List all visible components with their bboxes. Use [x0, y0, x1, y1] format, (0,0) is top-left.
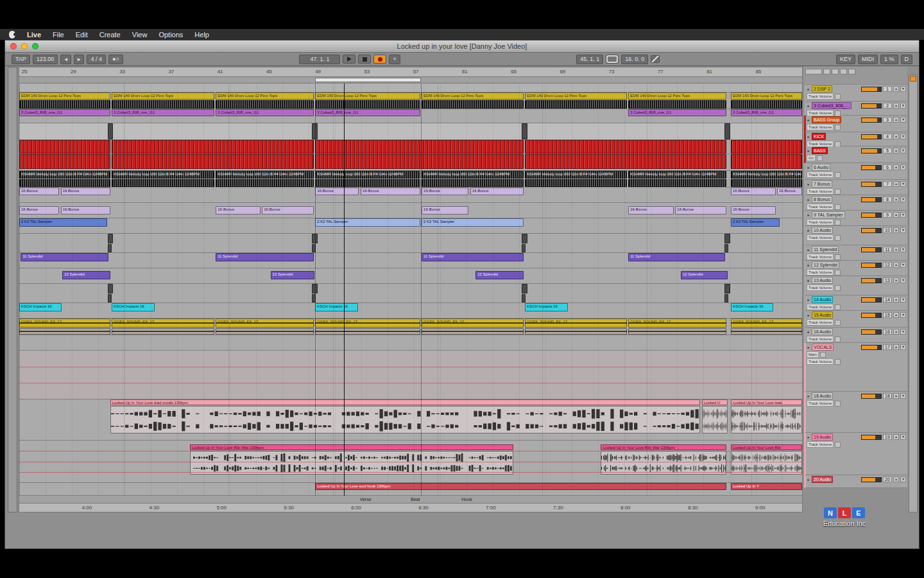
track-name[interactable]: 20 Audio [812, 476, 833, 483]
fold-arrow-icon[interactable]: ▸ [807, 87, 810, 91]
track-number-box[interactable]: 6 [883, 164, 892, 170]
track-name[interactable]: 6 Audio [812, 164, 830, 171]
track-volume-slider[interactable] [861, 213, 882, 218]
metronome-toggle[interactable]: ●○ [108, 55, 123, 64]
panel-extra-toggle[interactable] [848, 69, 855, 74]
track-volume-slider[interactable] [861, 247, 882, 252]
clip[interactable] [731, 328, 802, 335]
clip[interactable]: KSHMR Melody loop 160 12in B F# G#m 124B… [112, 171, 214, 179]
track-name[interactable]: 11 Splendid [812, 246, 839, 253]
clip[interactable]: 16-Bonus [262, 206, 314, 215]
fold-arrow-icon[interactable]: ▸ [807, 134, 810, 139]
track-volume-slider[interactable] [861, 263, 882, 268]
track-arm-button[interactable]: ▴ [893, 181, 899, 187]
clip[interactable]: 3 Cubed3_808_one_G1 [315, 109, 420, 116]
fold-arrow-icon[interactable]: ▸ [807, 477, 810, 482]
track-solo-button[interactable]: ▾ [900, 247, 906, 252]
track-volume-slider[interactable] [861, 118, 882, 123]
track-sub-control[interactable]: Track Volume [807, 400, 834, 407]
track-number-box[interactable]: 7 [883, 181, 892, 187]
fold-arrow-icon[interactable]: ▸ [807, 228, 810, 232]
clip[interactable]: 16-Bonus [361, 188, 420, 195]
fold-arrow-icon[interactable]: ▸ [807, 394, 810, 398]
track-sub-mini-box[interactable] [835, 220, 841, 225]
track-arm-button[interactable]: ▴ [893, 197, 899, 202]
track-arm-button[interactable]: ▴ [893, 148, 899, 153]
fold-arrow-icon[interactable]: ▸ [807, 345, 810, 349]
track-volume-slider[interactable] [861, 228, 882, 233]
track-name[interactable]: BASS [812, 147, 828, 154]
track-arm-button[interactable]: ▴ [893, 262, 899, 268]
track-solo-button[interactable]: ▾ [900, 329, 906, 335]
track-sub-mini-box[interactable] [835, 304, 841, 310]
track-sub-control[interactable]: On [807, 155, 816, 161]
track-arm-button[interactable]: ▴ [893, 312, 899, 318]
track-volume-slider[interactable] [861, 197, 882, 202]
track-name[interactable]: 3 Cubed3_808_... [812, 102, 851, 109]
track-arm-button[interactable]: ▴ [893, 134, 899, 139]
draw-mode-button[interactable] [651, 55, 660, 63]
loop-brace[interactable] [315, 78, 421, 82]
close-button[interactable] [10, 43, 17, 49]
clip[interactable]: KSHMR Melody loop 160 12in B F# G#m 124B… [525, 171, 627, 179]
track-arm-button[interactable]: ▴ [893, 477, 899, 482]
menu-item-edit[interactable]: Edit [76, 31, 88, 39]
track-solo-button[interactable]: ▾ [900, 277, 906, 283]
track-sub-mini-box[interactable] [817, 155, 823, 161]
track-sub-control[interactable]: Track Volume [807, 171, 834, 178]
track-number-box[interactable]: 9 [883, 212, 892, 218]
track-arm-button[interactable]: ▴ [893, 86, 899, 92]
clip[interactable]: Locked Up In Y [731, 483, 802, 490]
fold-arrow-icon[interactable]: ▸ [807, 213, 810, 217]
clip[interactable] [216, 179, 314, 187]
track-solo-button[interactable]: ▾ [900, 312, 906, 318]
track-number-box[interactable]: 1 [883, 86, 892, 92]
menu-item-help[interactable]: Help [194, 31, 209, 39]
clip[interactable]: 11 Splendid [422, 253, 524, 261]
clip[interactable] [422, 328, 524, 335]
clip[interactable]: KSHMR Melody loop 160 12in B F# G#m 124B… [315, 171, 420, 179]
loop-toggle-button[interactable] [606, 55, 619, 64]
track-volume-slider[interactable] [861, 297, 882, 302]
clip[interactable] [108, 244, 112, 252]
clip[interactable] [19, 140, 110, 153]
track-sub-control[interactable]: Track Volume [807, 358, 834, 365]
clip[interactable] [216, 328, 314, 335]
track-arm-button[interactable]: ▴ [893, 164, 899, 170]
track-volume-slider[interactable] [861, 165, 882, 170]
menu-item-create[interactable]: Create [99, 31, 121, 39]
track-number-box[interactable]: 14 [883, 297, 892, 302]
clip[interactable] [731, 140, 802, 153]
clip[interactable]: KSHMR Melody loop 160 12in B F# G#m 124B… [628, 171, 726, 179]
menu-item-live[interactable]: Live [27, 31, 41, 39]
track-solo-button[interactable]: ▾ [900, 148, 906, 153]
track-sub-control[interactable]: Track Volume [807, 304, 834, 310]
clip[interactable]: 12 Splendid [475, 271, 523, 279]
track-name[interactable]: 19 Audio [812, 434, 833, 441]
clip[interactable]: 16-Bonus [422, 188, 468, 195]
clip[interactable]: 16-Bonus [731, 206, 776, 215]
track-sub-mini-box[interactable] [835, 125, 841, 130]
track-sub-control[interactable]: Track Volume [807, 319, 834, 326]
clip[interactable]: 16-Bonus [61, 206, 110, 215]
track-solo-button[interactable]: ▾ [900, 134, 906, 139]
track-solo-button[interactable]: ▾ [900, 212, 906, 218]
track-solo-button[interactable]: ▾ [900, 86, 906, 92]
clip[interactable] [312, 294, 316, 302]
track-sub-mini-box[interactable] [835, 189, 841, 195]
clip[interactable]: EDM 140 Drum Loop 12 Perc Tops [315, 92, 420, 100]
clip[interactable]: 16-Bonus [315, 188, 359, 195]
clip[interactable]: EDM 140 Drum Loop 12 Perc Tops [422, 92, 524, 100]
clip[interactable]: 16-Bonus [422, 206, 468, 215]
clip[interactable] [315, 179, 420, 187]
track-number-box[interactable]: 18 [883, 393, 892, 399]
track-arm-button[interactable]: ▴ [893, 297, 899, 302]
panel-sends-toggle[interactable] [832, 69, 839, 74]
clip[interactable]: 16-Bonus [731, 188, 776, 195]
track-sub-control[interactable]: Track Volume [807, 441, 834, 448]
track-name[interactable]: 12 Splendid [812, 261, 839, 268]
track-sub-mini-box[interactable] [835, 337, 841, 342]
track-arm-button[interactable]: ▴ [893, 212, 899, 218]
clip[interactable]: GGFX_SOUND_FX_17 [19, 319, 110, 328]
clip[interactable] [19, 179, 110, 187]
